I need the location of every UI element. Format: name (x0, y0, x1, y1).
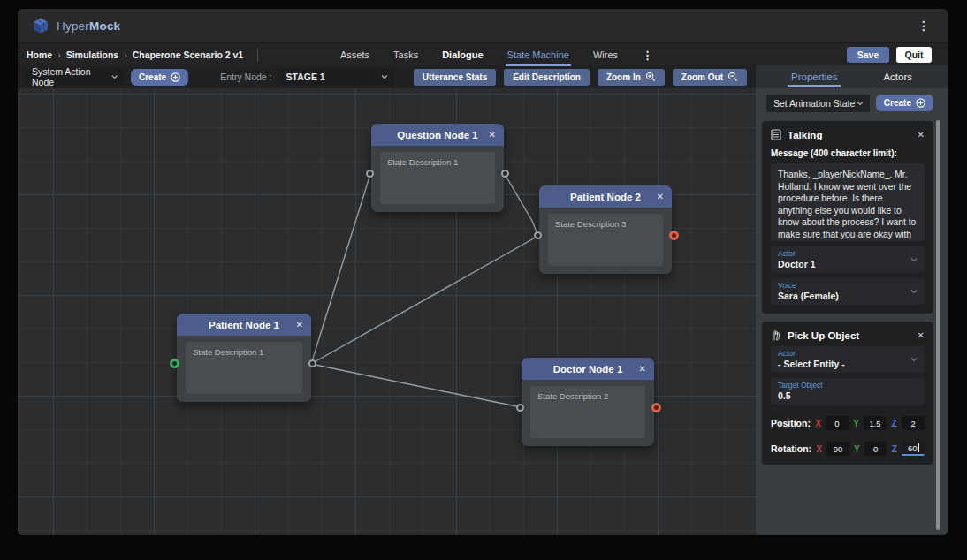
node-description[interactable]: State Description 2 (530, 386, 645, 438)
node-header[interactable]: Patient Node 2 ✕ (539, 185, 672, 208)
toolbar-buttons: Utterance Stats Edit Description Zoom In… (414, 69, 747, 86)
position-z-input[interactable]: 2 (902, 416, 925, 430)
chevron-down-icon (910, 287, 918, 296)
tab-assets[interactable]: Assets (340, 43, 369, 66)
card-header: Talking ✕ (771, 129, 925, 140)
rotation-y-input[interactable]: 0 (864, 442, 887, 456)
create-node-button[interactable]: Create (131, 69, 188, 86)
close-icon[interactable]: ✕ (918, 130, 925, 140)
tab-actors[interactable]: Actors (883, 65, 912, 88)
node-description[interactable]: State Description 1 (186, 342, 302, 394)
node-header[interactable]: Question Node 1 ✕ (371, 124, 504, 146)
axis-z-label: Z (891, 419, 897, 428)
input-port[interactable] (516, 404, 524, 412)
message-textarea[interactable]: Thanks, _playerNickName_. Mr. Holland. I… (771, 163, 925, 241)
action-row: Set Animation State Create (766, 95, 933, 112)
zoom-out-icon (727, 72, 738, 82)
action-type-dropdown[interactable]: Set Animation State (766, 95, 870, 112)
quit-button[interactable]: Quit (896, 47, 932, 63)
properties-panel: Properties Actors Set Animation State Cr… (756, 65, 948, 535)
node-header[interactable]: Doctor Node 1 ✕ (522, 358, 654, 380)
tab-state-machine[interactable]: State Machine (507, 43, 569, 66)
output-port[interactable] (501, 170, 509, 178)
main-tabs: Assets Tasks Dialogue State Machine Wire… (340, 43, 653, 66)
brand-title: HyperMock (57, 19, 120, 33)
voice-select[interactable]: Voice Sara (Female) (771, 278, 925, 305)
tab-properties[interactable]: Properties (791, 65, 837, 88)
panel-scrollbar[interactable] (936, 120, 940, 530)
chevron-down-icon (380, 72, 389, 81)
tab-wires[interactable]: Wires (593, 43, 618, 66)
input-port[interactable] (534, 231, 542, 239)
card-title: Pick Up Object (788, 330, 859, 341)
chevron-down-icon (910, 355, 918, 364)
chevron-down-icon (910, 255, 918, 264)
entry-node-label: Entry Node : (220, 72, 271, 82)
app-header: HyperMock ⋮ (18, 9, 948, 42)
pickup-actor-select[interactable]: Actor - Select Entity - (771, 346, 925, 373)
rotation-z-input-focused[interactable]: 60 (902, 442, 925, 456)
node-type-dropdown[interactable]: System Action Node (25, 69, 124, 86)
output-port-active[interactable] (669, 231, 679, 240)
target-object-field[interactable]: Target Object 0.5 (771, 378, 925, 405)
kebab-menu-icon[interactable]: ⋮ (914, 19, 933, 33)
rotation-row: Rotation: X 90 Y 0 Z 60 (771, 442, 925, 456)
message-label: Message (400 character limit): (771, 148, 925, 158)
output-port-active[interactable] (651, 403, 661, 412)
position-x-input[interactable]: 0 (826, 416, 849, 430)
nav-actions: Save Quit (847, 47, 948, 63)
breadcrumb-simulations[interactable]: Simulations (66, 49, 119, 60)
tab-dialogue[interactable]: Dialogue (442, 43, 483, 66)
close-icon[interactable]: ✕ (639, 358, 646, 380)
close-icon[interactable]: ✕ (296, 314, 303, 336)
zoom-in-button[interactable]: Zoom In (598, 69, 665, 86)
zoom-out-button[interactable]: Zoom Out (673, 69, 747, 86)
input-port[interactable] (366, 170, 374, 178)
talking-card: Talking ✕ Message (400 character limit):… (762, 121, 933, 314)
breadcrumb-separator: › (124, 49, 127, 60)
wire (311, 364, 521, 407)
cube-logo-icon (32, 17, 49, 34)
close-icon[interactable]: ✕ (657, 185, 664, 208)
active-tab-underline (506, 64, 571, 66)
plus-circle-icon (171, 72, 180, 82)
wire (505, 174, 538, 236)
app-window: HyperMock ⋮ Home › Simulations › Chapero… (18, 9, 948, 535)
tab-tasks[interactable]: Tasks (393, 43, 418, 66)
output-port[interactable] (308, 359, 316, 367)
active-tab-underline (788, 85, 841, 87)
node-patient-node-1[interactable]: Patient Node 1 ✕ State Description 1 (177, 314, 311, 402)
breadcrumb-scenario[interactable]: Chaperone Scenario 2 v1 (133, 49, 243, 60)
state-machine-canvas[interactable]: Question Node 1 ✕ State Description 1 Pa… (18, 88, 756, 535)
actor-select[interactable]: Actor Doctor 1 (771, 246, 925, 273)
panel-body: Set Animation State Create Talking ✕ (756, 88, 948, 535)
tabs-kebab-menu-icon[interactable]: ⋮ (642, 49, 653, 62)
create-action-button[interactable]: Create (876, 95, 933, 111)
edit-description-button[interactable]: Edit Description (504, 69, 590, 86)
entry-node-dropdown[interactable]: STAGE 1 (279, 69, 394, 86)
nav-bar: Home › Simulations › Chaperone Scenario … (18, 42, 948, 65)
node-header[interactable]: Patient Node 1 ✕ (177, 314, 311, 336)
axis-z-label: Z (891, 444, 897, 454)
save-button[interactable]: Save (847, 47, 889, 63)
breadcrumb-divider (257, 48, 258, 62)
position-y-input[interactable]: 1.5 (864, 416, 887, 430)
axis-x-label: X (816, 444, 822, 454)
entry-port[interactable] (170, 359, 179, 368)
close-icon[interactable]: ✕ (918, 330, 925, 340)
node-title: Question Node 1 (397, 130, 477, 140)
node-description[interactable]: State Description 1 (380, 152, 495, 204)
breadcrumb-home[interactable]: Home (27, 49, 52, 60)
close-icon[interactable]: ✕ (489, 124, 496, 146)
node-question-node-1[interactable]: Question Node 1 ✕ State Description 1 (371, 124, 504, 212)
node-patient-node-2[interactable]: Patient Node 2 ✕ State Description 3 (539, 185, 672, 274)
node-description[interactable]: State Description 3 (548, 214, 663, 266)
breadcrumb: Home › Simulations › Chaperone Scenario … (27, 48, 258, 62)
axis-x-label: X (815, 419, 821, 428)
utterance-stats-button[interactable]: Utterance Stats (414, 69, 496, 86)
plus-circle-icon (916, 98, 925, 108)
axis-y-label: Y (854, 444, 860, 454)
rotation-x-input[interactable]: 90 (826, 442, 849, 456)
pickup-hand-icon (771, 329, 781, 341)
node-doctor-node-1[interactable]: Doctor Node 1 ✕ State Description 2 (522, 358, 654, 446)
